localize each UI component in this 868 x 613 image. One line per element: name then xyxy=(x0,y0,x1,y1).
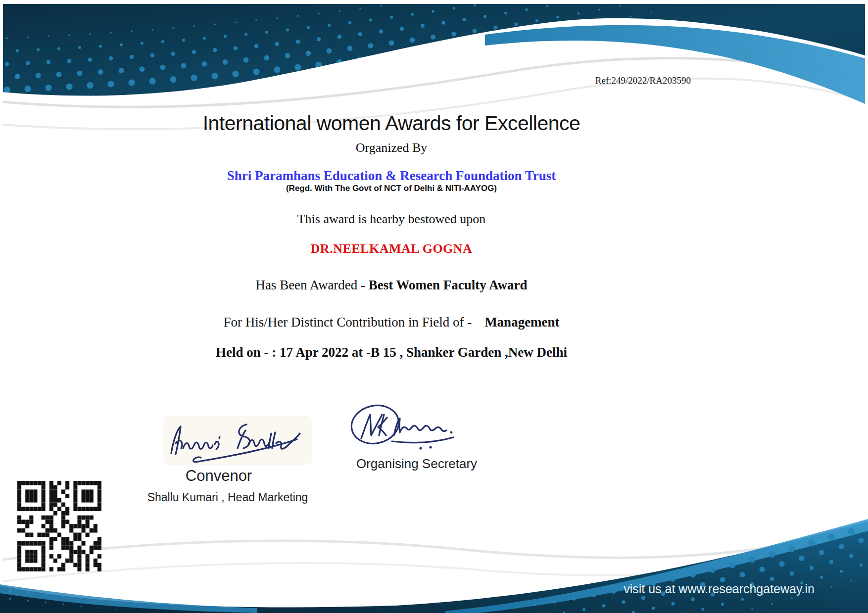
convenor-detail: Shallu Kumari , Head Marketing xyxy=(129,491,327,504)
bottom-wave-decoration xyxy=(0,514,868,613)
award-name: Best Women Faculty Award xyxy=(369,278,528,292)
bestowed-line: This award is hearby bestowed upon xyxy=(0,212,783,227)
organized-by-label: Organized By xyxy=(0,141,783,155)
website-note: visit us at www.researchgateway.in xyxy=(624,582,815,596)
convenor-signature xyxy=(163,414,307,466)
award-line: Has Been Awarded - Best Women Faculty Aw… xyxy=(0,278,783,293)
convenor-label: Convenor xyxy=(164,467,273,485)
recipient-name: DR.NEELKAMAL GOGNA xyxy=(0,241,783,256)
organising-secretary-signature xyxy=(346,400,470,454)
registration-note: (Regd. With The Govt of NCT of Delhi & N… xyxy=(0,184,783,193)
field-line: For His/Her Distinct Contribution in Fie… xyxy=(0,315,783,330)
reference-number: Ref:249/2022/RA203590 xyxy=(595,75,691,86)
award-prefix: Has Been Awarded - xyxy=(255,278,368,292)
organization-name: Shri Paramhans Education & Research Foun… xyxy=(0,168,783,184)
certificate-title: International women Awards for Excellenc… xyxy=(0,112,783,135)
qr-code xyxy=(17,481,101,571)
organising-secretary-label: Organising Secretary xyxy=(342,456,491,472)
held-on-line: Held on - : 17 Apr 2022 at -B 15 , Shank… xyxy=(0,345,783,360)
field-value: Management xyxy=(484,315,559,330)
field-prefix: For His/Her Distinct Contribution in Fie… xyxy=(223,315,472,330)
